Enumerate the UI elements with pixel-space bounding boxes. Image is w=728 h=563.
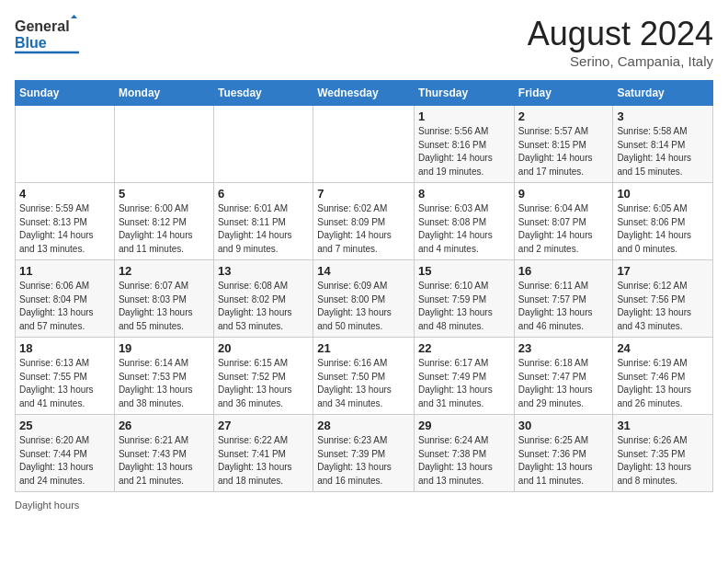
day-info: Sunrise: 6:00 AM Sunset: 8:12 PM Dayligh…: [119, 202, 210, 256]
svg-text:Blue: Blue: [15, 35, 47, 51]
logo-wrapper: General Blue: [15, 15, 79, 55]
day-number: 24: [617, 341, 709, 355]
day-info: Sunrise: 6:08 AM Sunset: 8:02 PM Dayligh…: [218, 280, 309, 333]
day-number: 11: [19, 264, 110, 278]
calendar-cell: 10Sunrise: 6:05 AM Sunset: 8:06 PM Dayli…: [613, 183, 713, 260]
column-header-tuesday: Tuesday: [213, 81, 313, 106]
calendar-cell: [16, 106, 115, 183]
day-number: 25: [19, 419, 110, 432]
day-number: 28: [317, 419, 410, 432]
calendar-cell: 8Sunrise: 6:03 AM Sunset: 8:08 PM Daylig…: [415, 183, 515, 260]
day-number: 6: [218, 187, 309, 201]
day-number: 4: [19, 187, 110, 201]
page-header: General Blue August 2024 Serino, Campani…: [15, 15, 713, 69]
day-number: 20: [218, 341, 309, 355]
day-info: Sunrise: 6:11 AM Sunset: 7:57 PM Dayligh…: [518, 280, 609, 333]
svg-text:General: General: [15, 18, 70, 34]
calendar-cell: 14Sunrise: 6:09 AM Sunset: 8:00 PM Dayli…: [313, 260, 415, 338]
day-info: Sunrise: 6:26 AM Sunset: 7:35 PM Dayligh…: [617, 434, 709, 488]
day-info: Sunrise: 6:10 AM Sunset: 7:59 PM Dayligh…: [418, 280, 510, 333]
calendar-cell: 2Sunrise: 5:57 AM Sunset: 8:15 PM Daylig…: [514, 106, 613, 183]
column-header-wednesday: Wednesday: [313, 81, 415, 106]
calendar-cell: 25Sunrise: 6:20 AM Sunset: 7:44 PM Dayli…: [16, 415, 115, 492]
day-number: 3: [617, 109, 709, 123]
day-number: 8: [418, 187, 510, 201]
calendar-header-row: SundayMondayTuesdayWednesdayThursdayFrid…: [16, 81, 713, 106]
daylight-label: Daylight hours: [15, 500, 79, 511]
column-header-thursday: Thursday: [415, 81, 515, 106]
calendar-cell: 9Sunrise: 6:04 AM Sunset: 8:07 PM Daylig…: [514, 183, 613, 260]
day-number: 23: [518, 341, 609, 355]
calendar-cell: 13Sunrise: 6:08 AM Sunset: 8:02 PM Dayli…: [213, 260, 313, 338]
day-number: 30: [518, 419, 609, 432]
calendar-cell: 18Sunrise: 6:13 AM Sunset: 7:55 PM Dayli…: [16, 338, 115, 415]
calendar-cell: [313, 106, 415, 183]
day-info: Sunrise: 6:05 AM Sunset: 8:06 PM Dayligh…: [617, 202, 709, 256]
day-info: Sunrise: 6:25 AM Sunset: 7:36 PM Dayligh…: [518, 434, 609, 488]
calendar-cell: 24Sunrise: 6:19 AM Sunset: 7:46 PM Dayli…: [613, 338, 713, 415]
calendar-cell: 12Sunrise: 6:07 AM Sunset: 8:03 PM Dayli…: [114, 260, 213, 338]
day-number: 29: [418, 419, 510, 432]
day-info: Sunrise: 5:58 AM Sunset: 8:14 PM Dayligh…: [617, 125, 709, 178]
day-info: Sunrise: 6:14 AM Sunset: 7:53 PM Dayligh…: [119, 357, 210, 410]
calendar-cell: 30Sunrise: 6:25 AM Sunset: 7:36 PM Dayli…: [514, 415, 613, 492]
calendar-cell: 1Sunrise: 5:56 AM Sunset: 8:16 PM Daylig…: [415, 106, 515, 183]
calendar-cell: 7Sunrise: 6:02 AM Sunset: 8:09 PM Daylig…: [313, 183, 415, 260]
day-info: Sunrise: 6:15 AM Sunset: 7:52 PM Dayligh…: [218, 357, 309, 410]
day-number: 14: [317, 264, 410, 278]
day-info: Sunrise: 6:07 AM Sunset: 8:03 PM Dayligh…: [119, 280, 210, 333]
calendar-table: SundayMondayTuesdayWednesdayThursdayFrid…: [15, 80, 713, 492]
column-header-sunday: Sunday: [16, 81, 115, 106]
calendar-cell: 22Sunrise: 6:17 AM Sunset: 7:49 PM Dayli…: [415, 338, 515, 415]
day-number: 15: [418, 264, 510, 278]
day-number: 22: [418, 341, 510, 355]
day-info: Sunrise: 6:09 AM Sunset: 8:00 PM Dayligh…: [317, 280, 410, 333]
day-number: 2: [518, 109, 609, 123]
day-info: Sunrise: 6:02 AM Sunset: 8:09 PM Dayligh…: [317, 202, 410, 256]
logo: General Blue: [15, 15, 79, 55]
day-info: Sunrise: 6:24 AM Sunset: 7:38 PM Dayligh…: [418, 434, 510, 488]
calendar-cell: 5Sunrise: 6:00 AM Sunset: 8:12 PM Daylig…: [114, 183, 213, 260]
calendar-week-row: 4Sunrise: 5:59 AM Sunset: 8:13 PM Daylig…: [16, 183, 713, 260]
day-info: Sunrise: 6:18 AM Sunset: 7:47 PM Dayligh…: [518, 357, 609, 410]
calendar-body: 1Sunrise: 5:56 AM Sunset: 8:16 PM Daylig…: [16, 106, 713, 492]
day-info: Sunrise: 5:56 AM Sunset: 8:16 PM Dayligh…: [418, 125, 510, 178]
location-subtitle: Serino, Campania, Italy: [528, 53, 713, 69]
day-info: Sunrise: 6:23 AM Sunset: 7:39 PM Dayligh…: [317, 434, 410, 488]
day-number: 9: [518, 187, 609, 201]
day-number: 31: [617, 419, 709, 432]
column-header-saturday: Saturday: [613, 81, 713, 106]
calendar-cell: [213, 106, 313, 183]
day-number: 16: [518, 264, 609, 278]
day-info: Sunrise: 6:03 AM Sunset: 8:08 PM Dayligh…: [418, 202, 510, 256]
day-number: 7: [317, 187, 410, 201]
calendar-cell: [114, 106, 213, 183]
calendar-cell: 15Sunrise: 6:10 AM Sunset: 7:59 PM Dayli…: [415, 260, 515, 338]
calendar-cell: 28Sunrise: 6:23 AM Sunset: 7:39 PM Dayli…: [313, 415, 415, 492]
day-number: 17: [617, 264, 709, 278]
day-info: Sunrise: 6:13 AM Sunset: 7:55 PM Dayligh…: [19, 357, 110, 410]
month-year-title: August 2024: [528, 15, 713, 53]
day-info: Sunrise: 6:20 AM Sunset: 7:44 PM Dayligh…: [19, 434, 110, 488]
column-header-friday: Friday: [514, 81, 613, 106]
day-info: Sunrise: 5:59 AM Sunset: 8:13 PM Dayligh…: [19, 202, 110, 256]
day-info: Sunrise: 6:04 AM Sunset: 8:07 PM Dayligh…: [518, 202, 609, 256]
day-info: Sunrise: 6:21 AM Sunset: 7:43 PM Dayligh…: [119, 434, 210, 488]
day-info: Sunrise: 5:57 AM Sunset: 8:15 PM Dayligh…: [518, 125, 609, 178]
day-number: 19: [119, 341, 210, 355]
footer: Daylight hours: [15, 500, 713, 511]
calendar-cell: 3Sunrise: 5:58 AM Sunset: 8:14 PM Daylig…: [613, 106, 713, 183]
calendar-cell: 23Sunrise: 6:18 AM Sunset: 7:47 PM Dayli…: [514, 338, 613, 415]
calendar-cell: 21Sunrise: 6:16 AM Sunset: 7:50 PM Dayli…: [313, 338, 415, 415]
day-number: 27: [218, 419, 309, 432]
day-number: 1: [418, 109, 510, 123]
day-info: Sunrise: 6:12 AM Sunset: 7:56 PM Dayligh…: [617, 280, 709, 333]
calendar-week-row: 11Sunrise: 6:06 AM Sunset: 8:04 PM Dayli…: [16, 260, 713, 338]
day-info: Sunrise: 6:19 AM Sunset: 7:46 PM Dayligh…: [617, 357, 709, 410]
day-number: 10: [617, 187, 709, 201]
logo-svg: General Blue: [15, 15, 79, 55]
day-info: Sunrise: 6:16 AM Sunset: 7:50 PM Dayligh…: [317, 357, 410, 410]
day-info: Sunrise: 6:06 AM Sunset: 8:04 PM Dayligh…: [19, 280, 110, 333]
column-header-monday: Monday: [114, 81, 213, 106]
calendar-cell: 4Sunrise: 5:59 AM Sunset: 8:13 PM Daylig…: [16, 183, 115, 260]
